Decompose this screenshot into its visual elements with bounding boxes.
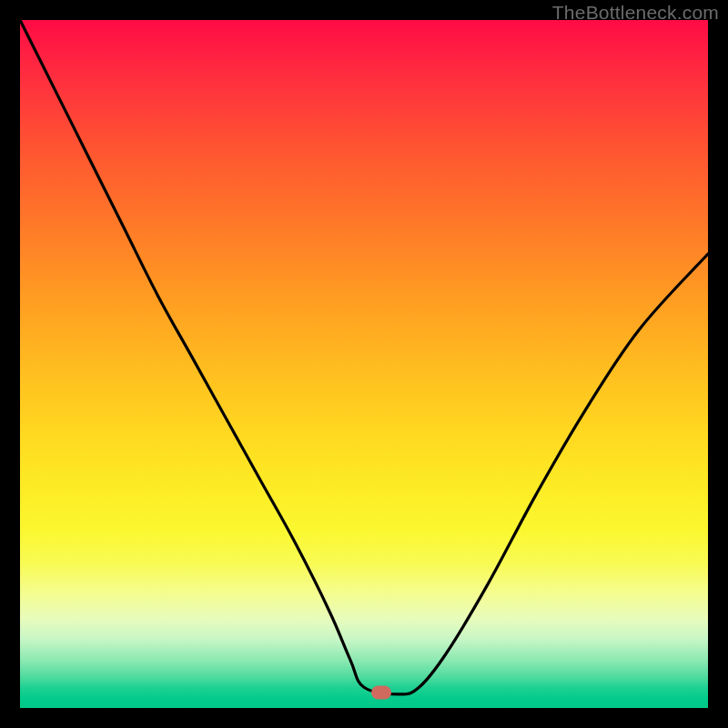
curve-svg xyxy=(20,20,708,708)
bottleneck-curve-path xyxy=(20,20,708,694)
chart-frame: TheBottleneck.com xyxy=(0,0,728,728)
plot-area xyxy=(20,20,708,708)
watermark-text: TheBottleneck.com xyxy=(552,2,719,24)
optimal-point-marker xyxy=(371,686,391,700)
